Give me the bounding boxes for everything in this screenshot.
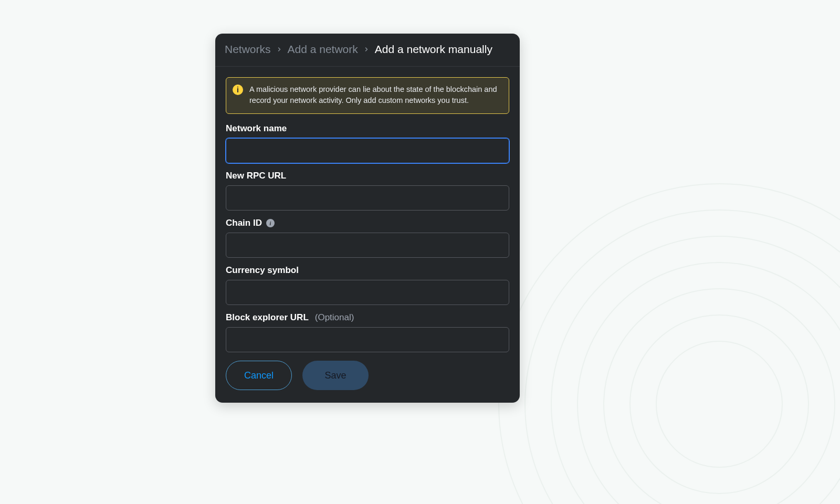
label-optional: (Optional): [315, 312, 354, 323]
label-rpc-url: New RPC URL: [226, 171, 509, 181]
chevron-right-icon: [363, 46, 370, 52]
warning-banner: i A malicious network provider can lie a…: [226, 77, 509, 114]
chain-id-info-icon[interactable]: i: [266, 219, 275, 227]
svg-point-2: [604, 289, 835, 504]
label-chain-id: Chain ID: [226, 218, 262, 228]
currency-symbol-input[interactable]: [226, 280, 509, 305]
label-block-explorer: Block explorer URL: [226, 312, 309, 323]
chain-id-input[interactable]: [226, 233, 509, 258]
svg-point-0: [656, 341, 782, 467]
svg-point-1: [630, 315, 808, 494]
breadcrumb-current: Add a network manually: [375, 43, 492, 56]
label-network-name: Network name: [226, 123, 509, 134]
field-block-explorer: Block explorer URL (Optional): [226, 312, 509, 352]
breadcrumb-networks[interactable]: Networks: [225, 43, 271, 56]
chevron-right-icon: [276, 46, 282, 52]
breadcrumb: Networks Add a network Add a network man…: [215, 34, 520, 67]
field-rpc-url: New RPC URL: [226, 171, 509, 211]
field-currency-symbol: Currency symbol: [226, 265, 509, 305]
warning-text: A malicious network provider can lie abo…: [249, 84, 501, 106]
field-network-name: Network name: [226, 123, 509, 163]
block-explorer-input[interactable]: [226, 327, 509, 352]
label-currency-symbol: Currency symbol: [226, 265, 509, 276]
field-chain-id: Chain ID i: [226, 218, 509, 258]
rpc-url-input[interactable]: [226, 185, 509, 211]
svg-point-6: [499, 184, 840, 504]
network-name-input[interactable]: [226, 138, 509, 163]
panel-body: i A malicious network provider can lie a…: [215, 67, 520, 403]
add-network-panel: Networks Add a network Add a network man…: [215, 34, 520, 403]
save-button[interactable]: Save: [302, 361, 369, 390]
action-row: Cancel Save: [226, 361, 509, 390]
svg-point-4: [551, 236, 840, 504]
svg-point-3: [578, 262, 840, 504]
cancel-button[interactable]: Cancel: [226, 361, 292, 390]
background-decor: [483, 168, 840, 504]
breadcrumb-add-network[interactable]: Add a network: [288, 43, 358, 56]
info-icon: i: [233, 85, 243, 95]
svg-point-5: [525, 210, 840, 504]
